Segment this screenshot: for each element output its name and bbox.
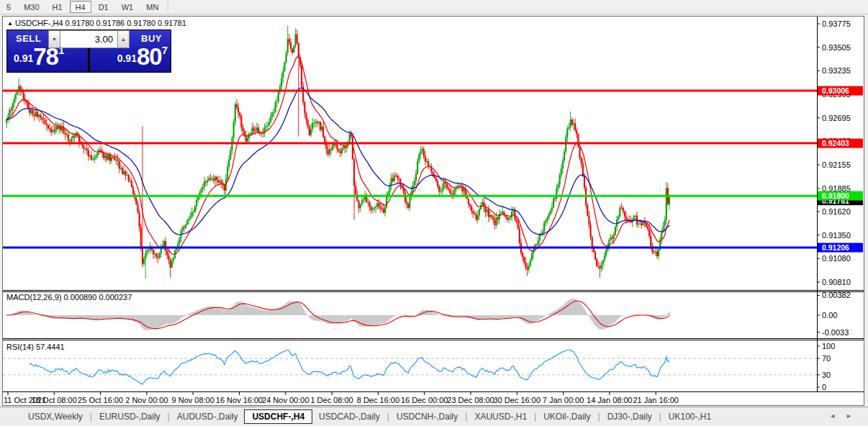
- timeframe-button-w1[interactable]: W1: [116, 1, 140, 13]
- sell-price-prefix: 0.91: [14, 53, 33, 64]
- chart-ohlc-values: 0.91780 0.91786 0.91780 0.91781: [65, 19, 186, 27]
- tab-audusd-daily[interactable]: AUDUSD-,Daily: [171, 409, 245, 424]
- time-axis-label: 24 Nov 00:00: [262, 396, 309, 404]
- symbol-marker-icon: ▲: [7, 20, 13, 27]
- buy-price-big: 80: [137, 43, 162, 70]
- time-axis-label: 2 Nov 00:00: [125, 396, 168, 404]
- timeframe-button-m30[interactable]: M30: [18, 1, 45, 13]
- macd-histogram: [6, 299, 669, 330]
- tab-uk100-h1[interactable]: UK100-,H1: [662, 409, 718, 424]
- macd-axis-label: 0.00: [822, 311, 837, 320]
- timeframe-button-5[interactable]: 5: [1, 1, 17, 13]
- buy-label: BUY: [141, 33, 162, 44]
- rsi-line: [30, 350, 669, 384]
- price-line-badge-0.92403-text: 0.92403: [822, 139, 849, 148]
- timeframe-button-d1[interactable]: D1: [93, 1, 114, 13]
- price-axis-label: 0.90810: [822, 278, 851, 286]
- price-axis-label: 0.93775: [822, 19, 851, 28]
- one-click-trade-panel: SELL 0.91781 BUY 0.91807 ▼ 3.00 ▲: [6, 30, 171, 73]
- rsi-axis-label: 30: [822, 371, 831, 379]
- time-axis-label: 30 Dec 16:00: [494, 396, 541, 404]
- price-axis-label: 0.91080: [822, 254, 851, 263]
- price-axis-label: 0.91620: [822, 207, 851, 216]
- tabs-scroll-right-icon[interactable]: ►: [846, 412, 862, 420]
- price-line-badge-0.93006-text: 0.93006: [822, 86, 849, 95]
- chart-window: 0.937750.935050.932350.929650.926950.924…: [2, 16, 864, 406]
- tab-usdx-weekly[interactable]: USDX,Weekly: [22, 409, 89, 424]
- macd-axis-label: -0.0033: [822, 328, 849, 337]
- time-axis-label: 9 Nov 08:00: [172, 396, 214, 404]
- chart-title: ▲USDCHF-,H4 0.91780 0.91786 0.91780 0.91…: [7, 19, 186, 27]
- tab-usdcad-daily[interactable]: USDCAD-,Daily: [312, 409, 386, 424]
- chart-canvas[interactable]: 0.937750.935050.932350.929650.926950.924…: [3, 17, 864, 405]
- macd-label: MACD(12,26,9) 0.000890 0.000237: [6, 293, 132, 302]
- price-axis-label: 0.91350: [822, 231, 851, 240]
- time-axis-label: 21 Jan 16:00: [633, 396, 679, 404]
- volume-increase-icon[interactable]: ▲: [117, 30, 130, 48]
- time-axis-label: 23 Dec 08:00: [447, 396, 494, 404]
- tab-eurusd-daily[interactable]: EURUSD-,Daily: [93, 409, 167, 424]
- volume-decrease-icon[interactable]: ▼: [48, 30, 60, 48]
- buy-price-prefix: 0.91: [117, 53, 137, 64]
- sell-label: SELL: [16, 33, 41, 44]
- time-axis-label: 16 Nov 16:00: [216, 396, 263, 404]
- volume-spinner: ▼ 3.00 ▲: [48, 30, 130, 48]
- volume-field[interactable]: 3.00: [60, 30, 117, 48]
- chart-tab-bar: USDX,Weekly|EURUSD-,Daily|AUDUSD-,DailyU…: [0, 407, 868, 426]
- price-axis-label: 0.93235: [822, 66, 851, 75]
- time-axis-label: 25 Oct 16:00: [78, 396, 123, 404]
- time-axis-label: 18 Oct 08:00: [32, 396, 77, 404]
- price-line-badge-0.91800-text: 0.91800: [822, 191, 849, 200]
- timeframe-button-mn[interactable]: MN: [140, 1, 164, 13]
- price-axis-label: 0.92155: [822, 160, 851, 169]
- time-axis-label: 8 Dec 16:00: [357, 396, 399, 404]
- rsi-axis-label: 70: [822, 354, 831, 363]
- buy-price-sup: 7: [162, 44, 168, 56]
- time-axis-label: 16 Dec 00:00: [401, 396, 448, 404]
- rsi-axis-label: 0: [822, 383, 826, 391]
- chart-symbol-label: USDCHF-,H4: [15, 19, 63, 27]
- tab-scroll-arrows: ◄►: [829, 412, 862, 420]
- tab-usdchf-h4[interactable]: USDCHF-,H4: [244, 409, 312, 424]
- price-axis-label: 0.92695: [822, 114, 851, 122]
- price-axis-label: 0.93505: [822, 43, 851, 52]
- time-axis-label: 1 Dec 08:00: [310, 396, 353, 404]
- tab-ukoil-daily[interactable]: UKOil-,Daily: [537, 409, 597, 424]
- macd-axis-label: 0.00382: [822, 291, 851, 299]
- toolbar-separator: [168, 1, 169, 12]
- tab-dj30-daily[interactable]: DJ30-,Daily: [601, 409, 659, 424]
- rsi-label: RSI(14) 57.4441: [6, 343, 65, 351]
- tab-xauusd-h1[interactable]: XAUUSD-,H1: [468, 409, 533, 424]
- timeframe-button-h1[interactable]: H1: [47, 1, 68, 13]
- timeframe-toolbar: 5M30H1H4D1W1MN: [0, 0, 868, 14]
- rsi-axis-label: 100: [822, 342, 835, 350]
- time-axis-label: 14 Jan 08:00: [587, 396, 633, 404]
- tab-usdcnh-daily[interactable]: USDCNH-,Daily: [390, 409, 464, 424]
- timeframe-button-h4[interactable]: H4: [70, 1, 91, 13]
- time-axis-label: 7 Jan 00:00: [543, 396, 584, 404]
- tabs-scroll-left-icon[interactable]: ◄: [829, 412, 846, 420]
- price-line-badge-0.91206-text: 0.91206: [822, 243, 849, 252]
